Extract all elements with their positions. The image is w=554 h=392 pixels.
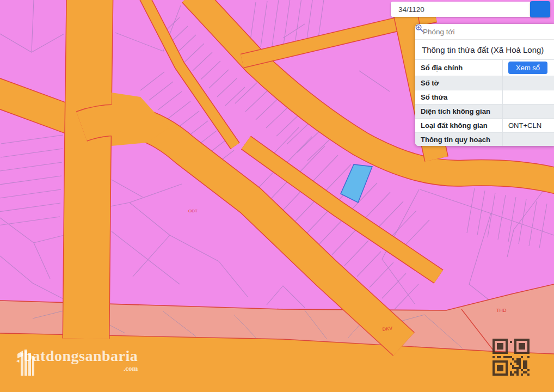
table-row: Thông tin quy hoạch	[415, 133, 554, 146]
search-input[interactable]	[391, 2, 530, 17]
row-value	[503, 105, 554, 119]
row-value	[503, 133, 554, 146]
zone-label-thd: THD	[496, 308, 507, 313]
table-row: Số thửa	[415, 90, 554, 105]
row-value	[503, 76, 554, 90]
row-label: Diện tích không gian	[415, 105, 503, 119]
zoom-in-icon	[415, 24, 423, 32]
row-label: Sổ địa chính	[415, 60, 503, 76]
table-row: Số tờ	[415, 76, 554, 90]
zone-label-odt: ODT	[188, 209, 198, 213]
row-value: ONT+CLN	[503, 119, 554, 133]
row-value	[503, 90, 554, 105]
row-label: Số tờ	[415, 76, 503, 90]
parcel-info-table: Sổ địa chính Xem sổ Số tờ Số thửa Diện t…	[415, 59, 554, 146]
row-value: Xem sổ	[503, 60, 554, 76]
zoom-to-label: Phóng tới	[423, 28, 454, 36]
land-map-app: ODT DKV THD Phóng tới Thông tin thử	[0, 0, 554, 392]
table-row: Diện tích không gian	[415, 105, 554, 119]
row-label: Loại đất không gian	[415, 119, 503, 133]
search-button[interactable]	[530, 1, 550, 17]
search-icon	[391, 1, 399, 10]
row-label: Thông tin quy hoạch	[415, 133, 503, 146]
table-row: Sổ địa chính Xem sổ	[415, 60, 554, 76]
table-row: Loại đất không gian ONT+CLN	[415, 119, 554, 133]
view-book-button[interactable]: Xem sổ	[508, 62, 547, 74]
panel-title: Thông tin thửa đất (Xã Hoà Long)	[415, 40, 554, 59]
zoom-to-item[interactable]: Phóng tới	[415, 24, 554, 40]
parcel-info-panel: Phóng tới Thông tin thửa đất (Xã Hoà Lon…	[415, 24, 554, 146]
search-bar	[391, 1, 550, 17]
row-label: Số thửa	[415, 90, 503, 105]
